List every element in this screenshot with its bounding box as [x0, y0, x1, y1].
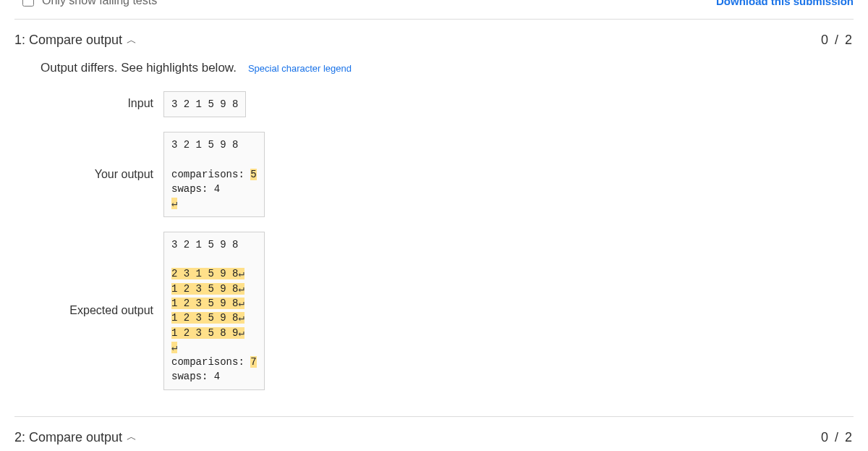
test-2-header[interactable]: 2: Compare output ︿ 0 / 2 [14, 417, 854, 451]
only-failing-label: Only show failing tests [42, 0, 157, 7]
exp-row1-rest: 2 3 5 9 8 [177, 283, 238, 295]
top-row: Only show failing tests Download this su… [14, 0, 854, 13]
newline-icon: ↵ [238, 268, 244, 279]
special-char-legend-link[interactable]: Special character legend [248, 63, 352, 74]
input-box: 3 2 1 5 9 8 [163, 91, 246, 117]
exp-row3-rest: 2 3 5 9 8 [177, 312, 238, 324]
test-1-body: Output differs. See highlights below. Sp… [14, 61, 854, 410]
your-line1: 3 2 1 5 9 8 [171, 139, 238, 151]
chevron-up-icon: ︿ [127, 431, 137, 444]
exp-swaps: swaps: 4 [171, 371, 220, 382]
only-failing-checkbox-wrap[interactable]: Only show failing tests [20, 0, 157, 9]
expected-output-label: Expected output [41, 304, 163, 317]
exp-row0-rest: 3 1 5 9 8 [177, 268, 238, 279]
exp-line1: 3 2 1 5 9 8 [171, 239, 238, 250]
test-2-title-row: 2: Compare output ︿ [14, 430, 137, 445]
chevron-up-icon: ︿ [127, 34, 137, 47]
test-2-score: 0 / 2 [821, 430, 854, 445]
test-1-header[interactable]: 1: Compare output ︿ 0 / 2 [14, 20, 854, 61]
exp-row4-rest: 2 3 5 8 9 [177, 327, 238, 339]
test-1-title-row: 1: Compare output ︿ [14, 33, 137, 48]
only-failing-checkbox[interactable] [22, 0, 34, 7]
newline-icon: ↵ [238, 298, 244, 309]
your-swaps: swaps: 4 [171, 183, 220, 195]
newline-icon: ↵ [238, 312, 244, 324]
exp-row2-rest: 2 3 5 9 8 [177, 298, 238, 309]
io-table: Input 3 2 1 5 9 8 Your output 3 2 1 5 9 … [41, 91, 854, 390]
your-output-box: 3 2 1 5 9 8 comparisons: 5 swaps: 4 ↵ [163, 132, 265, 216]
test-1-message: Output differs. See highlights below. [41, 61, 237, 75]
your-comp-hl: 5 [250, 169, 256, 180]
newline-icon: ↵ [238, 327, 244, 339]
newline-icon: ↵ [171, 198, 177, 209]
test-1-title: 1: Compare output [14, 33, 122, 48]
test-1-score: 0 / 2 [821, 33, 854, 48]
test-2-title: 2: Compare output [14, 430, 122, 445]
test-1-message-row: Output differs. See highlights below. Sp… [41, 61, 854, 75]
newline-icon: ↵ [238, 283, 244, 295]
newline-icon: ↵ [171, 342, 177, 353]
your-comp-prefix: comparisons: [171, 169, 250, 180]
download-submission-link[interactable]: Download this submission [716, 0, 854, 7]
exp-comp-hl: 7 [250, 356, 256, 368]
input-label: Input [41, 91, 163, 110]
exp-comp-prefix: comparisons: [171, 356, 250, 368]
your-output-label: Your output [41, 168, 163, 181]
expected-output-box: 3 2 1 5 9 8 2 3 1 5 9 8↵ 1 2 3 5 9 8↵ 1 … [163, 232, 265, 390]
input-value: 3 2 1 5 9 8 [171, 98, 238, 110]
